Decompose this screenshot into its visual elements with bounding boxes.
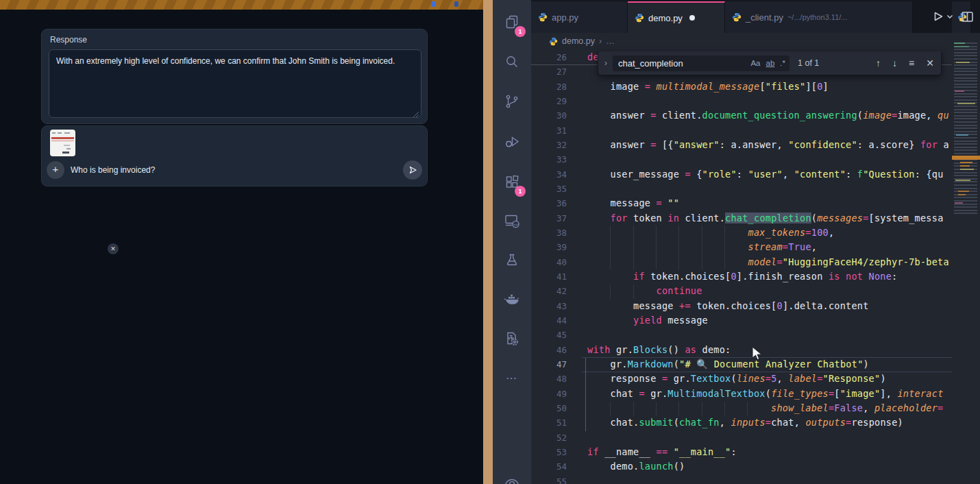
account-icon[interactable]	[493, 469, 531, 484]
code-line-51[interactable]: 51 chat.submit(chat_fn, inputs=chat, out…	[531, 415, 952, 430]
toggle-replace-chevron-icon[interactable]: ›	[598, 58, 613, 68]
add-file-button[interactable]: +	[47, 161, 64, 179]
tab-demo-py[interactable]: demo.py	[628, 1, 725, 33]
code-line-43[interactable]: 43 message += token.choices[0].delta.con…	[531, 299, 952, 313]
find-query[interactable]: chat_completion	[618, 58, 745, 69]
tab-client-py[interactable]: _client.py ~/.../python3.11/...	[725, 1, 913, 33]
line-number: 32	[531, 138, 567, 152]
line-number: 55	[531, 474, 567, 484]
editor-actions	[933, 0, 980, 33]
code-line-38[interactable]: 38 max_tokens=100,	[531, 226, 952, 240]
line-number: 49	[531, 387, 567, 401]
python-icon	[538, 12, 548, 22]
code-line-48[interactable]: 48 response = gr.Textbox(lines=5, label=…	[531, 372, 952, 386]
extensions-icon[interactable]: 1	[493, 165, 531, 198]
remove-attachment-button[interactable]: ✕	[108, 243, 119, 254]
code-line-46[interactable]: 46with gr.Blocks() as demo:	[531, 343, 952, 357]
response-block: Response With an extremely high level of…	[41, 29, 428, 124]
find-close-button[interactable]: ✕	[926, 58, 934, 69]
remote-explorer-icon[interactable]: ><	[493, 204, 531, 237]
find-in-selection-button[interactable]: ≡	[909, 58, 914, 69]
breadcrumb-more[interactable]: …	[606, 36, 615, 46]
code-line-52[interactable]: 52	[531, 431, 952, 445]
breadcrumb[interactable]: demo.py › …	[549, 33, 615, 49]
code-line-39[interactable]: 39 stream=True,	[531, 240, 952, 254]
code-line-33[interactable]: 33	[531, 152, 952, 167]
code-line-40[interactable]: 40 model="HuggingFaceH4/zephyr-7b-beta	[531, 255, 952, 269]
line-number: 41	[531, 269, 567, 284]
docker-icon[interactable]	[493, 283, 531, 316]
code-line-32[interactable]: 32 answer = [{"answer": a.answer, "confi…	[531, 138, 952, 152]
whole-word-button[interactable]: ab	[766, 59, 775, 67]
line-number: 48	[531, 372, 567, 386]
browser-extension-icon[interactable]	[431, 1, 436, 7]
screen: Response With an extremely high level of…	[0, 0, 980, 484]
chat-input-block: ✕ + Who is being invoiced?	[41, 125, 428, 186]
tab-label: demo.py	[648, 13, 683, 23]
code-line-44[interactable]: 44 yield message	[531, 313, 952, 328]
browser-topbar	[0, 0, 493, 10]
code-line-35[interactable]: 35	[531, 182, 952, 196]
python-icon	[549, 37, 558, 46]
code-line-37[interactable]: 37 for token in client.chat_completion(m…	[531, 211, 952, 226]
find-previous-button[interactable]: ↑	[876, 58, 881, 69]
minimap[interactable]	[952, 33, 980, 484]
extensions-badge: 1	[515, 186, 526, 197]
code-line-36[interactable]: 36 message = ""	[531, 196, 952, 210]
line-number: 42	[531, 284, 567, 298]
code-line-30[interactable]: 30 answer = client.document_question_ans…	[531, 108, 952, 123]
line-number: 44	[531, 313, 567, 328]
line-number: 37	[531, 211, 567, 226]
breadcrumb-file[interactable]: demo.py	[562, 36, 595, 46]
source-control-icon[interactable]	[493, 85, 531, 118]
chat-message-input[interactable]: Who is being invoiced?	[71, 165, 155, 175]
current-line-highlight	[582, 357, 952, 372]
tab-label: app.py	[552, 12, 578, 23]
code-line-42[interactable]: 42 continue	[531, 284, 952, 298]
tools-file-gear-icon[interactable]	[493, 322, 531, 355]
find-input[interactable]: chat_completion Aa ab .*	[613, 56, 789, 71]
run-python-button[interactable]	[933, 11, 953, 22]
modified-dot-icon[interactable]	[689, 15, 695, 21]
line-number: 28	[531, 80, 567, 94]
line-number: 52	[531, 431, 567, 445]
more-actions-icon[interactable]: ⋯	[493, 361, 531, 394]
line-number: 36	[531, 196, 567, 210]
code-editor[interactable]: 26de2728 image = multimodal_message["fil…	[531, 50, 952, 484]
browser-extension-icon[interactable]	[454, 1, 458, 7]
match-case-button[interactable]: Aa	[750, 59, 760, 67]
run-debug-icon[interactable]	[493, 125, 531, 158]
code-line-50[interactable]: 50 show_label=False, placeholder=	[531, 401, 952, 415]
regex-button[interactable]: .*	[780, 59, 785, 67]
activity-bar: 1 1 ><	[493, 0, 531, 484]
code-line-45[interactable]: 45	[531, 328, 952, 342]
code-line-55[interactable]: 55	[531, 474, 952, 484]
code-line-31[interactable]: 31	[531, 123, 952, 138]
minimap-search-match	[952, 156, 980, 160]
line-number: 40	[531, 255, 567, 269]
split-editor-icon[interactable]	[961, 12, 973, 22]
find-next-button[interactable]: ↓	[892, 58, 897, 69]
resize-handle-icon[interactable]	[413, 111, 419, 118]
tab-app-py[interactable]: app.py	[531, 1, 628, 33]
python-icon	[732, 12, 742, 22]
search-icon[interactable]	[493, 45, 531, 78]
code-line-54[interactable]: 54 demo.launch()	[531, 459, 952, 474]
code-line-53[interactable]: 53if __name__ == "__main__":	[531, 445, 952, 459]
code-line-29[interactable]: 29	[531, 94, 952, 108]
line-number: 34	[531, 167, 567, 182]
submit-button[interactable]	[403, 160, 422, 180]
line-number: 50	[531, 401, 567, 415]
line-number: 31	[531, 123, 567, 138]
line-number: 29	[531, 94, 567, 108]
response-textarea[interactable]: With an extremely high level of confiden…	[49, 49, 421, 118]
explorer-icon[interactable]: 1	[493, 5, 531, 38]
breadcrumb-separator: ›	[599, 36, 602, 46]
attachment-thumbnail[interactable]	[50, 130, 75, 156]
explorer-badge: 1	[515, 26, 526, 37]
code-line-28[interactable]: 28 image = multimodal_message["files"][0…	[531, 80, 952, 94]
test-beaker-icon[interactable]	[493, 243, 531, 276]
code-line-49[interactable]: 49 chat = gr.MultimodalTextbox(file_type…	[531, 387, 952, 401]
code-line-34[interactable]: 34 user_message = {"role": "user", "cont…	[531, 167, 952, 182]
code-line-41[interactable]: 41 if token.choices[0].finish_reason is …	[531, 269, 952, 284]
